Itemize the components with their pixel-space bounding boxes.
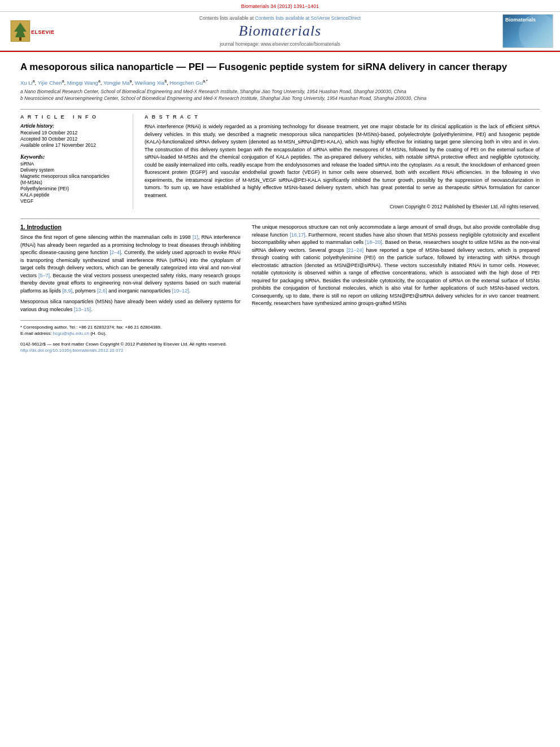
affil-sup-a4: a — [130, 79, 132, 83]
author-yijie-chen: Yijie Chen — [38, 80, 62, 86]
footnote-tel: * Corresponding author. Tel.: +86 21 628… — [20, 324, 240, 330]
keyword-mmsns-abbr: (M-MSNs) — [20, 180, 124, 185]
affil-sup-a2: a — [62, 79, 64, 83]
ref-1: [1] — [193, 234, 198, 240]
intro-heading: 1. Introduction — [20, 224, 240, 230]
keyword-pei: Polyethylenimine (PEI) — [20, 186, 124, 191]
affiliations: a Nano Biomedical Research Center, Schoo… — [20, 89, 540, 102]
available-date: Available online 17 November 2012 — [20, 142, 124, 148]
received-date: Received 19 October 2012 — [20, 130, 124, 136]
svg-text:ELSEVIER: ELSEVIER — [31, 29, 55, 35]
journal-logo-right: Biomaterials — [502, 14, 553, 48]
right-para-1: The unique mesoporous structure can not … — [252, 224, 540, 308]
author-xu-li: Xu Li — [20, 80, 33, 86]
affil-sup-b: b — [164, 79, 167, 83]
author-hongchen-gu: Hongchen Gu — [170, 80, 203, 86]
in-vivo-italic: in vivo — [483, 293, 497, 299]
affil-sup-a1: a — [33, 79, 35, 83]
authors-line: Xu Lia, Yijie Chena, Mingqi Wanga, Yongj… — [20, 79, 540, 86]
keyword-kala: KALA peptide — [20, 192, 124, 198]
article-title: A mesoporous silica nanoparticle — PEI —… — [20, 61, 540, 73]
journal-logo-text: Biomaterials — [505, 17, 536, 23]
journal-name-display: Biomaterials — [58, 23, 502, 40]
article-history-label: Article history: — [20, 123, 124, 129]
author-mingqi-wang: Mingqi Wang — [67, 80, 98, 86]
ref-10-12: [10–12] — [172, 288, 189, 294]
journal-banner: ELSEVIER Contents lists available at Con… — [0, 11, 560, 51]
article-info-abstract-cols: A R T I C L E I N F O Article history: R… — [20, 114, 540, 209]
article-content: A mesoporous silica nanoparticle — PEI —… — [0, 52, 560, 362]
ref-5-7: [5–7] — [38, 273, 50, 278]
keyword-mmsns: Magnetic mesoporous silica nanoparticles — [20, 173, 124, 179]
keyword-vegf: VEGF — [20, 198, 124, 204]
main-body-cols: 1. Introduction Since the first report o… — [20, 224, 540, 353]
sciverse-link[interactable]: Contents lists available at SciVerse Sci… — [255, 15, 361, 21]
author-weiliang-xia: Weiliang Xia — [135, 80, 165, 86]
article-info-label: A R T I C L E I N F O — [20, 114, 124, 120]
journal-top-citation: Biomaterials 34 (2013) 1391–1401 — [0, 3, 560, 9]
footnote-divider — [20, 320, 122, 321]
section-divider-1 — [20, 109, 540, 110]
abstract-label: A B S T R A C T — [145, 114, 540, 120]
accepted-date: Accepted 30 October 2012 — [20, 136, 124, 142]
affil-sup-a3: a — [98, 79, 100, 83]
abstract-paragraph: RNA interference (RNAi) is widely regard… — [145, 123, 540, 199]
elsevier-logo: ELSEVIER — [7, 20, 58, 42]
article-history-section: Article history: Received 19 October 201… — [20, 123, 124, 148]
section-divider-2 — [20, 219, 540, 219]
ref-13-15: [13–15] — [74, 307, 91, 312]
journal-homepage: journal homepage: www.elsevier.com/locat… — [58, 41, 502, 47]
issn-line: 0142-9612/$ — see front matter Crown Cop… — [20, 341, 240, 347]
intro-body: Since the first report of gene silencing… — [20, 234, 240, 313]
ref-2-6: [2,6] — [97, 288, 107, 294]
intro-para-1: Since the first report of gene silencing… — [20, 234, 240, 295]
ref-18-20: [18–20] — [365, 239, 382, 245]
affiliation-a: a Nano Biomedical Research Center, Schoo… — [20, 89, 406, 94]
elsevier-logo-svg: ELSEVIER — [10, 20, 55, 42]
doi-line[interactable]: http://dx.doi.org/10.1016/j.biomaterials… — [20, 348, 240, 353]
keywords-label: Keywords: — [20, 154, 124, 160]
right-col-body: The unique mesoporous structure can not … — [252, 224, 540, 308]
right-body-col: The unique mesoporous structure can not … — [252, 224, 540, 353]
email-link[interactable]: hcgu@sjtu.edu.cn — [53, 331, 89, 336]
svg-rect-3 — [19, 37, 21, 41]
footnote-corresponding: * Corresponding author. Tel.: +86 21 628… — [20, 324, 240, 337]
affil-sup-a-star: a,* — [203, 79, 208, 83]
abstract-text: RNA interference (RNAi) is widely regard… — [145, 123, 540, 199]
ref-16-17: [16,17] — [290, 232, 305, 238]
affiliation-b: b Neuroscience and Neuroengineering Cent… — [20, 95, 426, 101]
author-yongjie-ma: Yongjie Ma — [103, 80, 130, 86]
article-info-col: A R T I C L E I N F O Article history: R… — [20, 114, 133, 209]
abstract-col: A B S T R A C T RNA interference (RNAi) … — [145, 114, 540, 209]
journal-title-center: Contents lists available at Contents lis… — [58, 15, 502, 47]
issn-section: 0142-9612/$ — see front matter Crown Cop… — [20, 341, 240, 352]
footnote-email: E-mail address: hcgu@sjtu.edu.cn (H. Gu)… — [20, 330, 240, 337]
copyright-line: Crown Copyright © 2012 Published by Else… — [145, 204, 540, 209]
ref-21-24: [21–24] — [347, 247, 364, 253]
journal-header: Biomaterials 34 (2013) 1391–1401 ELSEVIE… — [0, 0, 560, 52]
keyword-sirna: siRNA — [20, 161, 124, 167]
introduction-col: 1. Introduction Since the first report o… — [20, 224, 240, 353]
ref-2-4: [2–4] — [110, 250, 121, 255]
ref-8-9: [8,9] — [63, 288, 73, 294]
keyword-delivery: Delivery system — [20, 167, 124, 173]
intro-para-2: Mesoporous silica nanoparticles (MSNs) h… — [20, 298, 240, 313]
contents-availability: Contents lists available at Contents lis… — [58, 15, 502, 21]
keywords-section: Keywords: siRNA Delivery system Magnetic… — [20, 154, 124, 204]
